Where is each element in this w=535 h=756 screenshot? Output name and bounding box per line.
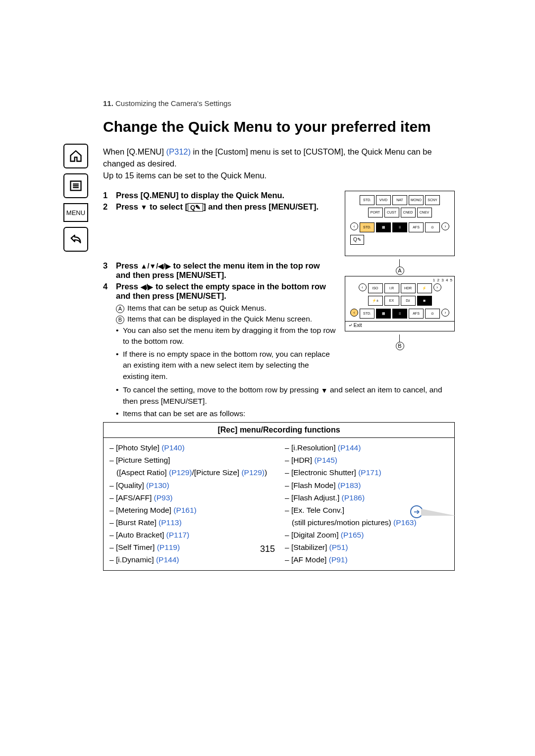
opt-stab-icon: ◙ xyxy=(417,296,432,306)
table-row: – [AFS/AFF] (P93) xyxy=(109,492,273,504)
step-2-text-b: to select [ xyxy=(147,202,188,211)
table-row: – [Flash Adjust.] (P186) xyxy=(285,492,448,504)
down-triangle-icon-2: ▼ xyxy=(321,385,328,395)
page-link[interactable]: (P171) xyxy=(358,468,381,477)
next-page-button[interactable]: ➔ xyxy=(410,505,456,518)
page-link[interactable]: (P117) xyxy=(166,531,190,539)
marker-b: │B xyxy=(345,334,455,350)
left-arrow-icon-3: ‹ xyxy=(350,309,358,317)
section-number: 11. xyxy=(103,99,113,108)
qm-meter-icon: ⊙ xyxy=(425,222,440,232)
link-p312[interactable]: (P312) xyxy=(166,147,191,156)
page-link[interactable]: (P129) xyxy=(169,468,192,477)
opt-ir-icon: I.R xyxy=(384,283,399,293)
exit-label: ⤶ Exit xyxy=(345,321,454,329)
style-std-icon: STD. xyxy=(360,195,374,205)
nav-back-button[interactable] xyxy=(63,227,88,252)
step-3: 3Press ▲/▼/◀/▶ to select the menu item i… xyxy=(103,261,336,280)
qm2-afs: AFS xyxy=(409,309,424,319)
q-edit-icon: Q✎ xyxy=(188,203,203,212)
intro-paragraph: When [Q.MENU] (P312) in the [Custom] men… xyxy=(103,146,455,182)
style-cust-icon: CUST xyxy=(384,208,399,217)
page-link[interactable]: (P165) xyxy=(341,531,364,539)
nav-home-button[interactable] xyxy=(63,144,88,168)
page-link[interactable]: (P93) xyxy=(154,493,173,502)
table-row: – [Quality] (P130) xyxy=(109,480,273,491)
note-1: You can also set the menu item by draggi… xyxy=(123,325,336,347)
table-row: – [HDR] (P145) xyxy=(285,454,448,466)
qm-item-2: ▦ xyxy=(376,222,391,232)
page-link[interactable]: (P129) xyxy=(241,468,265,477)
step-4: 4Press ◀/▶ to select the empty space in … xyxy=(103,282,336,301)
page-link[interactable]: (P186) xyxy=(342,493,365,502)
section-title: Customizing the Camera's Settings xyxy=(113,99,231,108)
annotation-a: AItems that can be setup as Quick Menus. xyxy=(116,303,336,314)
table-row: – [Picture Setting] xyxy=(109,454,273,466)
right-arrow-icon-3: › xyxy=(441,309,449,317)
style-cned-icon: CNED xyxy=(401,208,416,217)
opt-ex1-icon: ⚡± xyxy=(368,296,383,306)
page-link[interactable]: (P144) xyxy=(338,443,361,452)
menu-label: MENU xyxy=(66,209,85,216)
table-row: – [Electronic Shutter] (P171) xyxy=(285,467,448,479)
style-vivid-icon: VIVD xyxy=(376,195,391,205)
triangle-decor-icon xyxy=(421,509,456,516)
page-number: 315 xyxy=(0,544,535,554)
right-arrow-icon-2: › xyxy=(433,283,441,291)
step-4-text-a: Press xyxy=(116,282,141,291)
note-3: To cancel the setting, move to the botto… xyxy=(123,384,455,407)
page-link[interactable]: (P130) xyxy=(146,481,169,489)
opt-dz-icon: Dz xyxy=(401,296,416,306)
style-port-icon: PORT xyxy=(368,208,383,217)
step-2: 2Press ▼ to select [Q✎] and then press [… xyxy=(103,202,336,212)
page-link[interactable]: (P91) xyxy=(329,555,348,564)
updown-icon: ▲/▼/◀/▶ xyxy=(141,262,171,270)
style-cnev-icon: CNEV xyxy=(417,208,432,217)
page-title: Change the Quick Menu to your preferred … xyxy=(103,118,455,135)
page-link[interactable]: (P113) xyxy=(159,518,182,527)
page-link[interactable]: (P145) xyxy=(314,456,337,464)
qm2-item-3: ⁞⁞ xyxy=(392,309,407,319)
qm-afs: AFS xyxy=(409,222,424,232)
page: MENU 11. Customizing the Camera's Settin… xyxy=(0,0,535,756)
opt-iso-icon: ISO xyxy=(368,283,383,293)
main-content: 11. Customizing the Camera's Settings Ch… xyxy=(103,99,455,571)
step-2-text-a: Press xyxy=(116,202,141,211)
table-row: – [Auto Bracket] (P117) xyxy=(109,529,273,541)
page-link[interactable]: (P161) xyxy=(173,506,197,514)
table-row: – [Flash Mode] (P183) xyxy=(285,480,448,491)
annotation-b-text: Items that can be displayed in the Quick… xyxy=(127,315,312,323)
nav-menu-button[interactable]: MENU xyxy=(63,203,88,222)
page-link[interactable]: (P163) xyxy=(393,518,417,527)
nav-toc-button[interactable] xyxy=(63,173,88,198)
step-3-text-a: Press xyxy=(116,261,141,270)
table-row: – [Burst Rate] (P113) xyxy=(109,517,273,529)
table-row: ([Aspect Ratio] (P129)/[Picture Size] (P… xyxy=(109,467,273,479)
intro-text-c: Up to 15 items can be set to the Quick M… xyxy=(103,171,267,180)
note-2: If there is no empty space in the bottom… xyxy=(123,349,336,382)
home-icon xyxy=(69,149,83,163)
step-2-text-c: ] and then press [MENU/SET]. xyxy=(203,202,319,211)
style-nat-icon: NAT xyxy=(392,195,407,205)
notes-list: •You can also set the menu item by dragg… xyxy=(116,325,336,382)
qm2-meter-icon: ⊙ xyxy=(425,309,440,319)
page-link[interactable]: (P140) xyxy=(161,443,185,452)
table-row: – [Metering Mode] (P161) xyxy=(109,504,273,516)
list-icon xyxy=(69,179,83,193)
table-row: – [i.Dynamic] (P144) xyxy=(109,554,273,566)
breadcrumb: 11. Customizing the Camera's Settings xyxy=(103,99,455,108)
annotation-a-text: Items that can be setup as Quick Menus. xyxy=(127,304,267,312)
notes-list-wide: •To cancel the setting, move to the bott… xyxy=(116,384,455,419)
left-arrow-icon-2: ‹ xyxy=(359,283,367,291)
qm-selected-std: STD. xyxy=(360,222,374,232)
left-arrow-icon: ‹ xyxy=(350,222,358,230)
steps-block-2: 3Press ▲/▼/◀/▶ to select the menu item i… xyxy=(103,261,455,383)
note-4: Items that can be set are as follows: xyxy=(123,408,245,419)
table-row: – [i.Resolution] (P144) xyxy=(285,442,448,454)
page-link[interactable]: (P144) xyxy=(156,555,179,564)
table-header: [Rec] menu/Recording functions xyxy=(104,423,454,438)
intro-text-a: When [Q.MENU] xyxy=(103,147,166,156)
page-link[interactable]: (P183) xyxy=(338,481,361,489)
right-arrow-icon: › xyxy=(441,222,449,230)
step-1-text: Press [Q.MENU] to display the Quick Menu… xyxy=(116,191,284,200)
